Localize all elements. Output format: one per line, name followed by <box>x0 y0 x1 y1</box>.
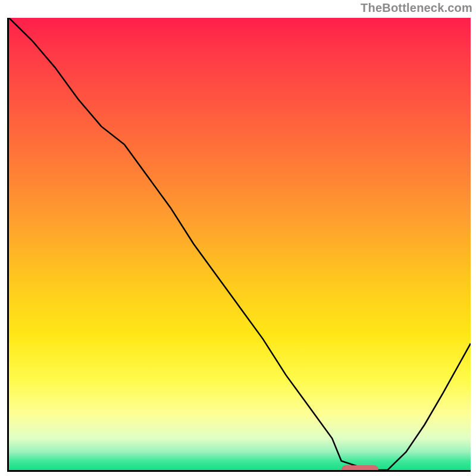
chart-plot-area <box>7 18 471 472</box>
attribution-text: TheBottleneck.com <box>361 1 472 15</box>
optimum-marker <box>342 465 378 472</box>
bottleneck-curve-line <box>9 18 471 470</box>
